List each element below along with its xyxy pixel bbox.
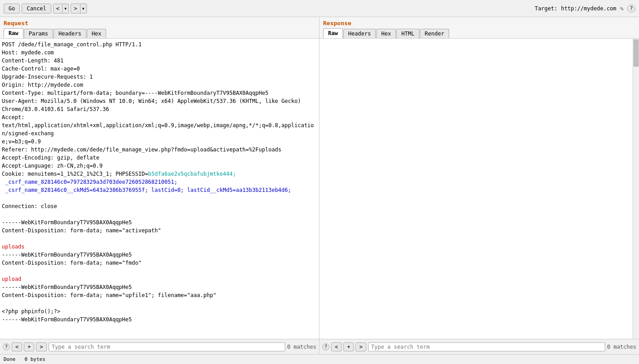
tab-request-params[interactable]: Params: [24, 29, 53, 38]
tab-response-headers[interactable]: Headers: [343, 29, 376, 38]
status-bar: Done 0 bytes: [0, 354, 639, 364]
toolbar: Go Cancel < ▾ > ▾ Target: http://mydede.…: [0, 0, 639, 17]
cancel-button[interactable]: Cancel: [22, 4, 51, 13]
response-header: Response Raw Headers Hex HTML Render: [320, 17, 639, 39]
tab-response-html[interactable]: HTML: [396, 29, 419, 38]
response-scrollbar[interactable]: [633, 39, 639, 339]
response-tabs: Raw Headers Hex HTML Render: [323, 28, 635, 38]
response-search-matches: 0 matches: [607, 344, 636, 350]
request-search-next[interactable]: >: [36, 342, 46, 351]
target-url: http://mydede.com: [561, 5, 616, 12]
back-nav-group: < ▾: [53, 4, 69, 13]
request-tabs: Raw Params Headers Hex: [4, 28, 315, 38]
request-panel: Request Raw Params Headers Hex POST /ded…: [0, 17, 320, 354]
tab-response-render[interactable]: Render: [420, 29, 449, 38]
response-search-prev[interactable]: <: [331, 342, 342, 351]
forward-button[interactable]: >: [71, 4, 80, 13]
request-title: Request: [4, 20, 315, 27]
tab-request-raw[interactable]: Raw: [4, 28, 23, 38]
target-label: Target:: [535, 5, 558, 12]
tab-request-headers[interactable]: Headers: [54, 29, 86, 38]
response-search-input[interactable]: [368, 342, 605, 351]
tab-response-raw[interactable]: Raw: [323, 28, 343, 38]
help-icon[interactable]: ?: [627, 4, 635, 13]
request-text[interactable]: POST /dede/file_manage_control.php HTTP/…: [0, 39, 319, 339]
request-search-help-icon[interactable]: ?: [3, 343, 10, 351]
target-area: Target: http://mydede.com ✎ ?: [535, 4, 635, 13]
tab-response-hex[interactable]: Hex: [376, 29, 396, 38]
request-content-area: POST /dede/file_manage_control.php HTTP/…: [0, 39, 319, 339]
request-search-prev[interactable]: <: [12, 342, 22, 351]
main-area: Request Raw Params Headers Hex POST /ded…: [0, 17, 639, 354]
forward-nav-group: > ▾: [71, 4, 86, 13]
response-scrollbar-thumb: [634, 40, 639, 67]
go-button[interactable]: Go: [4, 4, 20, 13]
back-button[interactable]: <: [53, 4, 63, 13]
forward-dropdown-button[interactable]: ▾: [81, 4, 87, 13]
response-search-add[interactable]: +: [343, 342, 354, 351]
response-search-next[interactable]: >: [356, 342, 366, 351]
back-dropdown-button[interactable]: ▾: [63, 4, 69, 13]
edit-icon[interactable]: ✎: [620, 5, 624, 12]
request-search-add[interactable]: +: [24, 342, 34, 351]
response-text: [320, 39, 633, 339]
tab-request-hex[interactable]: Hex: [87, 29, 107, 38]
response-search-bar: ? < + > 0 matches: [320, 339, 639, 354]
status-done: Done: [4, 356, 16, 362]
request-header: Request Raw Params Headers Hex: [0, 17, 319, 39]
request-search-matches: 0 matches: [287, 344, 316, 350]
request-search-bar: ? < + > 0 matches: [0, 339, 319, 354]
status-bytes: 0 bytes: [25, 356, 45, 362]
response-content-area: [320, 39, 639, 339]
request-search-input[interactable]: [49, 342, 285, 351]
response-panel: Response Raw Headers Hex HTML Render ? <…: [320, 17, 639, 354]
response-search-help-icon[interactable]: ?: [322, 343, 329, 351]
response-title: Response: [323, 20, 635, 27]
